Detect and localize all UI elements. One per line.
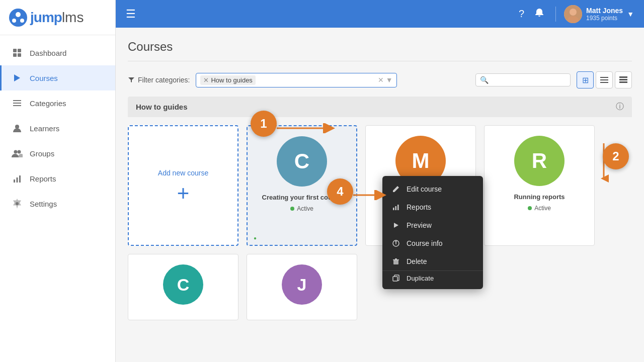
reports-icon	[12, 173, 23, 184]
page-title: Courses	[128, 40, 632, 61]
svg-rect-36	[395, 258, 397, 259]
filter-tag-howtoguides: ✕ How to guides	[200, 75, 255, 85]
menu-label-courseinfo: Course info	[407, 239, 443, 247]
hamburger-menu[interactable]: ☰	[126, 8, 136, 21]
svg-point-34	[395, 241, 396, 242]
course-avatar-c: C	[163, 264, 203, 305]
filter-label: Filter categories:	[128, 76, 190, 84]
menu-item-edit[interactable]: Edit course	[382, 180, 483, 198]
view-grid-button[interactable]: ⊞	[577, 71, 594, 88]
svg-rect-15	[14, 179, 15, 183]
menu-item-duplicate[interactable]: Duplicate	[382, 270, 483, 285]
toolbar-right: 🔍 ⊞	[475, 71, 632, 88]
sidebar-item-dashboard[interactable]: Dashboard	[0, 40, 115, 65]
menu-item-reports[interactable]: Reports	[382, 198, 483, 216]
user-menu[interactable]: Matt Jones 1935 points ▼	[564, 5, 634, 23]
detailed-list-icon	[619, 76, 627, 84]
filter-icon	[128, 76, 135, 83]
user-points: 1935 points	[586, 15, 623, 22]
svg-point-14	[18, 150, 21, 154]
dashboard-icon	[12, 47, 23, 58]
sidebar-nav: Dashboard Courses Categories Learners Gr…	[0, 35, 115, 221]
filter-tag-remove[interactable]: ✕	[203, 76, 209, 84]
svg-rect-35	[393, 260, 398, 264]
add-course-icon: +	[177, 183, 190, 204]
duplicate-icon	[391, 274, 400, 282]
search-input[interactable]	[491, 76, 566, 84]
course-card-c[interactable]: C	[128, 254, 238, 320]
filter-dropdown-icon[interactable]: ▼	[386, 76, 393, 84]
sidebar-item-courses[interactable]: Courses	[0, 65, 115, 90]
menu-item-courseinfo[interactable]: Course info	[382, 234, 483, 252]
svg-rect-4	[13, 49, 17, 52]
annotation-1: 1	[251, 111, 277, 137]
notifications-icon[interactable]	[531, 5, 547, 23]
course-avatar-running: R	[514, 136, 565, 186]
svg-point-2	[12, 19, 16, 23]
list-view-icon	[600, 76, 608, 84]
sidebar: jump lms Dashboard Courses Categories L	[0, 0, 116, 362]
menu-label-delete: Delete	[407, 257, 427, 265]
course-status-creating: Active	[290, 205, 313, 212]
course-status-running: Active	[528, 205, 551, 212]
filter-clear-icon[interactable]: ✕	[378, 76, 384, 84]
svg-rect-10	[13, 103, 21, 104]
course-avatar-j: J	[282, 264, 322, 305]
active-badge-creating: ●	[254, 235, 257, 241]
course-card-j[interactable]: J	[247, 254, 357, 320]
course-name-running: Running reports	[514, 193, 565, 201]
how-to-guides-section: How to guides ⓘ Add new course + C Creat…	[128, 97, 632, 320]
logo-suffix: lms	[62, 10, 84, 26]
add-course-card[interactable]: Add new course +	[128, 125, 238, 246]
sidebar-item-reports[interactable]: Reports	[0, 166, 115, 191]
edit-icon	[391, 185, 400, 193]
preview-icon	[391, 221, 400, 229]
sidebar-label-groups: Groups	[30, 149, 54, 158]
arrow-4	[353, 190, 388, 202]
annotation-4: 4	[327, 178, 353, 205]
svg-rect-29	[395, 206, 397, 210]
svg-marker-8	[14, 74, 20, 81]
svg-rect-5	[18, 49, 21, 52]
status-dot-creating	[290, 207, 294, 211]
sidebar-label-dashboard: Dashboard	[30, 49, 66, 57]
main-content: ☰ ? Matt Jones 1935 points	[116, 0, 644, 362]
menu-label-reports: Reports	[407, 203, 431, 211]
svg-rect-27	[619, 81, 627, 83]
view-list2-button[interactable]	[615, 71, 632, 88]
course-avatar-creating: C	[277, 136, 327, 187]
svg-rect-7	[18, 53, 21, 57]
sidebar-item-categories[interactable]: Categories	[0, 90, 115, 116]
filter-input-area[interactable]: ✕ How to guides ✕ ▼	[196, 73, 397, 87]
user-chevron-icon[interactable]: ▼	[627, 10, 634, 18]
svg-rect-23	[600, 79, 608, 80]
settings-icon	[12, 198, 23, 209]
filter-text-field[interactable]	[258, 76, 376, 84]
delete-icon	[391, 257, 400, 265]
svg-rect-30	[397, 205, 399, 210]
course-card-running[interactable]: R Running reports Active	[484, 125, 595, 246]
search-wrap: 🔍	[475, 73, 571, 86]
menu-item-preview[interactable]: Preview	[382, 216, 483, 234]
course-grid: Add new course + C Creating your first c…	[128, 117, 632, 254]
view-list1-button[interactable]	[596, 71, 613, 88]
topbar-left: ☰	[126, 8, 136, 21]
sidebar-item-settings[interactable]: Settings	[0, 191, 115, 216]
section-info-icon[interactable]: ⓘ	[616, 102, 624, 112]
content-toolbar: Filter categories: ✕ How to guides ✕ ▼ 🔍	[128, 71, 632, 88]
help-icon[interactable]: ?	[516, 5, 527, 23]
sidebar-label-reports: Reports	[30, 174, 56, 183]
menu-item-delete[interactable]: Delete	[382, 252, 483, 270]
reports-menu-icon	[391, 203, 400, 211]
sidebar-item-learners[interactable]: Learners	[0, 116, 115, 141]
sidebar-label-categories: Categories	[30, 99, 66, 108]
logo-area: jump lms	[0, 0, 115, 35]
toolbar-left: Filter categories: ✕ How to guides ✕ ▼	[128, 73, 397, 87]
svg-rect-37	[393, 259, 399, 260]
menu-label-preview: Preview	[407, 221, 432, 229]
sidebar-item-groups[interactable]: Groups	[0, 141, 115, 166]
svg-point-12	[15, 125, 19, 129]
avatar-image	[564, 5, 582, 23]
svg-marker-31	[394, 223, 398, 228]
svg-rect-22	[600, 77, 608, 78]
